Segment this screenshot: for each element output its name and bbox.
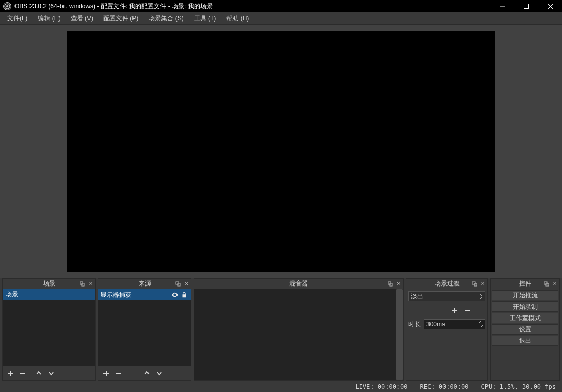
preview-area xyxy=(0,25,562,278)
dock-transitions: 场景过渡 ✕ 淡出 时长 300ms xyxy=(406,278,488,381)
titlebar: OBS 23.0.2 (64-bit, windows) - 配置文件: 我的配… xyxy=(0,0,562,12)
dock-mixer: 混音器 ✕ xyxy=(194,278,404,381)
source-item-label: 显示器捕获 xyxy=(100,291,170,299)
status-live: LIVE: 00:00:00 xyxy=(355,383,407,390)
menu-tools[interactable]: 工具 (T) xyxy=(189,12,221,24)
sources-list[interactable]: 显示器捕获 xyxy=(98,289,191,366)
dock-sources-title: 来源 xyxy=(139,279,151,288)
mixer-scrollbar[interactable] xyxy=(396,289,403,380)
menubar: 文件(F) 编辑 (E) 查看 (V) 配置文件 (P) 场景集合 (S) 工具… xyxy=(0,12,562,25)
preview-canvas[interactable] xyxy=(67,31,495,272)
spin-down-button[interactable] xyxy=(477,324,484,328)
docks-row: 场景 ✕ 场景 来源 ✕ 显示器捕获 xyxy=(0,278,562,381)
mixer-body xyxy=(194,289,403,380)
scene-item[interactable]: 场景 xyxy=(3,289,95,300)
start-streaming-button[interactable]: 开始推流 xyxy=(492,290,558,300)
dock-scenes-detach-icon[interactable] xyxy=(79,280,86,288)
window-title: OBS 23.0.2 (64-bit, windows) - 配置文件: 我的配… xyxy=(14,2,491,11)
transitions-body: 淡出 时长 300ms xyxy=(406,289,487,380)
source-add-button[interactable] xyxy=(100,368,112,379)
source-visibility-toggle[interactable] xyxy=(170,290,180,299)
menu-scene-collection[interactable]: 场景集合 (S) xyxy=(143,12,188,24)
dock-mixer-title: 混音器 xyxy=(289,279,308,288)
dock-transitions-title: 场景过渡 xyxy=(435,279,460,288)
menu-file[interactable]: 文件(F) xyxy=(2,12,33,24)
dock-controls-header: 控件 ✕ xyxy=(491,279,559,289)
sources-toolbar xyxy=(98,366,191,380)
dock-sources-header: 来源 ✕ xyxy=(98,279,191,289)
transition-duration-spinbox[interactable]: 300ms xyxy=(424,319,485,329)
scene-add-button[interactable] xyxy=(5,368,16,379)
scene-move-up-button[interactable] xyxy=(33,368,45,379)
settings-button[interactable]: 设置 xyxy=(492,324,558,335)
scene-remove-button[interactable] xyxy=(17,368,28,379)
start-recording-button[interactable]: 开始录制 xyxy=(492,301,558,312)
statusbar: LIVE: 00:00:00 REC: 00:00:00 CPU: 1.5%, … xyxy=(0,381,562,392)
transition-duration-label: 时长 xyxy=(408,320,421,329)
transition-remove-button[interactable] xyxy=(462,305,473,316)
status-rec: REC: 00:00:00 xyxy=(420,383,469,390)
transition-select-value: 淡出 xyxy=(411,292,423,301)
minimize-button[interactable] xyxy=(491,0,514,12)
source-lock-toggle[interactable] xyxy=(180,290,189,299)
source-properties-button[interactable] xyxy=(125,368,137,379)
svg-rect-3 xyxy=(524,4,529,9)
dock-transitions-detach-icon[interactable] xyxy=(471,280,478,288)
exit-button[interactable]: 退出 xyxy=(492,336,558,346)
close-button[interactable] xyxy=(538,0,562,12)
svg-point-1 xyxy=(6,5,8,7)
dock-sources-detach-icon[interactable] xyxy=(174,280,182,288)
mixer-content[interactable] xyxy=(194,289,396,380)
scenes-list[interactable]: 场景 xyxy=(3,289,95,366)
studio-mode-button[interactable]: 工作室模式 xyxy=(492,313,558,323)
separator xyxy=(31,369,31,378)
menu-help[interactable]: 帮助 (H) xyxy=(221,12,254,24)
transition-add-button[interactable] xyxy=(449,305,461,316)
status-cpu: CPU: 1.5%, 30.00 fps xyxy=(481,383,556,390)
chevron-updown-icon xyxy=(477,294,484,299)
source-item[interactable]: 显示器捕获 xyxy=(98,289,191,300)
dock-scenes: 场景 ✕ 场景 xyxy=(2,278,96,381)
menu-profile[interactable]: 配置文件 (P) xyxy=(98,12,143,24)
dock-scenes-header: 场景 ✕ xyxy=(3,279,95,289)
dock-controls: 控件 ✕ 开始推流 开始录制 工作室模式 设置 退出 xyxy=(490,278,560,381)
dock-scenes-close-icon[interactable]: ✕ xyxy=(87,280,94,288)
menu-view[interactable]: 查看 (V) xyxy=(66,12,98,24)
dock-mixer-close-icon[interactable]: ✕ xyxy=(395,280,402,288)
dock-sources: 来源 ✕ 显示器捕获 xyxy=(98,278,191,381)
dock-controls-close-icon[interactable]: ✕ xyxy=(551,280,558,288)
maximize-button[interactable] xyxy=(514,0,538,12)
source-move-up-button[interactable] xyxy=(141,368,153,379)
dock-controls-title: 控件 xyxy=(519,279,531,288)
app-icon xyxy=(3,2,11,10)
dock-transitions-header: 场景过渡 ✕ xyxy=(406,279,487,289)
dock-transitions-close-icon[interactable]: ✕ xyxy=(479,280,486,288)
dock-scenes-title: 场景 xyxy=(43,279,55,288)
dock-controls-detach-icon[interactable] xyxy=(543,280,550,288)
source-move-down-button[interactable] xyxy=(154,368,165,379)
scene-move-down-button[interactable] xyxy=(46,368,57,379)
dock-sources-close-icon[interactable]: ✕ xyxy=(183,280,190,288)
transition-duration-value: 300ms xyxy=(426,321,445,328)
dock-mixer-header: 混音器 ✕ xyxy=(194,279,403,289)
transition-select[interactable]: 淡出 xyxy=(408,291,485,301)
spin-up-button[interactable] xyxy=(477,320,484,324)
dock-mixer-detach-icon[interactable] xyxy=(387,280,394,288)
controls-body: 开始推流 开始录制 工作室模式 设置 退出 xyxy=(491,289,559,380)
source-remove-button[interactable] xyxy=(113,368,124,379)
scenes-toolbar xyxy=(3,366,95,380)
menu-edit[interactable]: 编辑 (E) xyxy=(33,12,65,24)
transition-properties-button[interactable] xyxy=(474,305,485,316)
separator xyxy=(139,369,139,378)
